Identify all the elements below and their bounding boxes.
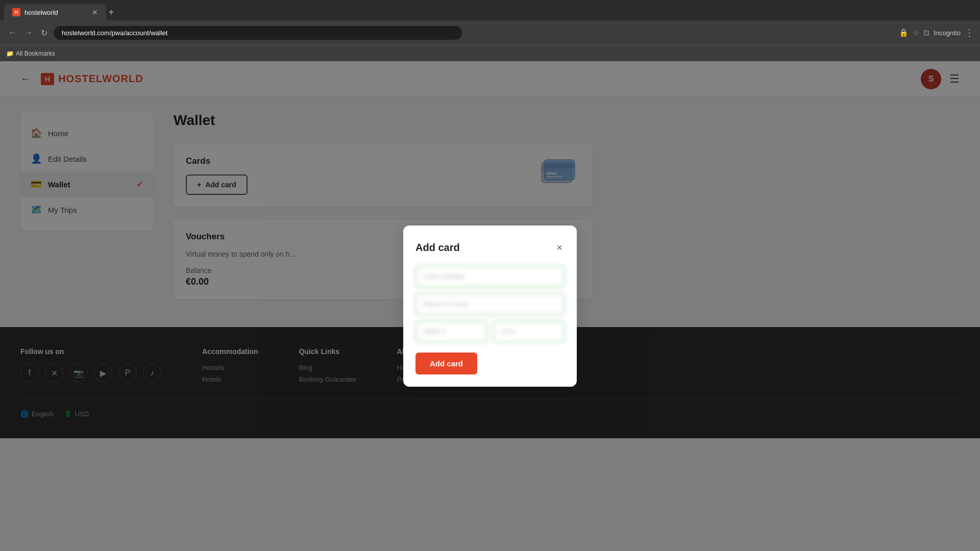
tab-favicon: H [12, 8, 20, 16]
modal-close-button[interactable]: × [554, 240, 565, 256]
back-nav-button[interactable]: ← [6, 26, 18, 39]
card-name-input[interactable] [415, 293, 565, 315]
bookmarks-label: All Bookmarks [16, 50, 55, 57]
lock-icon: 🔒 [899, 28, 909, 37]
cast-icon[interactable]: ⊡ [923, 29, 929, 37]
forward-nav-button[interactable]: → [22, 26, 35, 39]
browser-actions: 🔒 ☆ ⊡ Incognito ⋮ [899, 27, 974, 38]
menu-dots[interactable]: ⋮ [965, 27, 974, 38]
modal-title: Add card [415, 242, 460, 254]
bookmarks-bar: 📁 All Bookmarks [0, 45, 980, 61]
tab-bar: H hostelworld ✕ + [0, 0, 980, 20]
add-card-modal: Add card × Add card [403, 226, 577, 387]
all-bookmarks[interactable]: 📁 All Bookmarks [6, 50, 55, 57]
card-number-field[interactable] [415, 266, 565, 287]
card-bottom-row[interactable] [415, 321, 565, 342]
reload-button[interactable]: ↻ [39, 26, 50, 40]
card-number-input[interactable] [415, 266, 565, 287]
address-input[interactable] [54, 26, 462, 40]
modal-header: Add card × [415, 240, 565, 256]
modal-submit-button[interactable]: Add card [415, 353, 477, 374]
address-bar: ← → ↻ 🔒 ☆ ⊡ Incognito ⋮ [0, 20, 980, 45]
close-tab-button[interactable]: ✕ [92, 8, 98, 16]
expiry-input[interactable] [415, 321, 487, 342]
new-tab-button[interactable]: + [108, 7, 114, 18]
card-name-field[interactable] [415, 293, 565, 315]
cvv-field[interactable] [493, 321, 565, 342]
bookmark-icon: 📁 [6, 50, 14, 57]
tab-title: hostelworld [24, 9, 88, 16]
cvv-input[interactable] [493, 321, 565, 342]
expiry-field[interactable] [415, 321, 487, 342]
browser-chrome: H hostelworld ✕ + ← → ↻ 🔒 ☆ ⊡ Incognito … [0, 0, 980, 61]
browser-tab[interactable]: H hostelworld ✕ [4, 4, 106, 20]
modal-overlay: Add card × Add card [0, 61, 980, 551]
star-icon[interactable]: ☆ [913, 29, 919, 37]
profile-label: Incognito [934, 29, 961, 37]
